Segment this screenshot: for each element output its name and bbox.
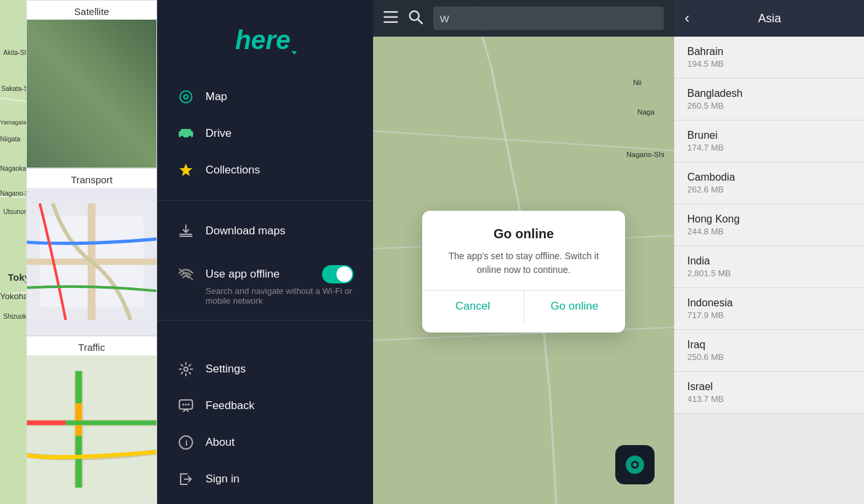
svg-point-9 [184, 95, 188, 99]
country-item[interactable]: Iraq 250.6 MB [674, 330, 864, 372]
city-label-nagaoka: Nagaoka [0, 165, 26, 172]
menu-panel: here Map Drive [157, 0, 373, 504]
map-panel-2: W Nii Naga Nagano-Shi Japanese Alps Yoko… [373, 0, 674, 504]
country-name: Israel [687, 381, 851, 393]
country-size: 262.6 MB [687, 185, 851, 194]
asia-list-panel: ‹ Asia Bahrain 194.5 MB Bangladesh 260.5… [674, 0, 864, 504]
menu-item-download-label: Download maps [206, 225, 285, 238]
menu-item-drive[interactable]: Drive [157, 115, 373, 152]
country-name: Cambodia [687, 171, 851, 183]
country-item[interactable]: Israel 413.7 MB [674, 372, 864, 414]
country-name: India [687, 255, 851, 267]
menu-item-download-maps[interactable]: Download maps [157, 213, 373, 249]
svg-text:i: i [185, 438, 188, 448]
traffic-thumb[interactable]: Traffic [26, 336, 157, 504]
download-maps-icon [177, 222, 195, 240]
dialog-cancel-button[interactable]: Cancel [422, 291, 524, 322]
country-item[interactable]: Bahrain 194.5 MB [674, 37, 864, 79]
here-logo-container: here [157, 0, 373, 72]
drive-icon [177, 124, 195, 143]
map-icon [177, 88, 195, 106]
country-size: 717.9 MB [687, 310, 851, 320]
asia-title: Asia [700, 12, 839, 26]
menu-item-map-label: Map [206, 90, 227, 103]
feedback-icon [177, 397, 195, 415]
country-item[interactable]: Brunei 174.7 MB [674, 120, 864, 162]
country-size: 2,801.5 MB [687, 268, 851, 278]
svg-point-18 [184, 367, 188, 371]
svg-rect-11 [181, 129, 191, 134]
svg-rect-2 [27, 35, 156, 152]
svg-point-13 [189, 136, 192, 139]
transport-thumb[interactable]: Transport [26, 168, 157, 336]
menu-item-about[interactable]: i About [157, 424, 373, 461]
map-type-thumbnails: Satellite [26, 0, 157, 504]
city-label-akita: Akita-Shi [3, 49, 29, 56]
country-name: Bahrain [687, 46, 851, 58]
country-size: 413.7 MB [687, 394, 851, 404]
svg-point-20 [183, 404, 185, 406]
country-size: 250.6 MB [687, 352, 851, 362]
menu-item-feedback[interactable]: Feedback [157, 387, 373, 424]
menu-items-top: Map Drive Collections [157, 72, 373, 195]
country-item[interactable]: Indonesia 717.9 MB [674, 288, 864, 330]
svg-rect-3 [27, 35, 156, 152]
menu-divider-2 [157, 320, 373, 321]
svg-rect-16 [179, 236, 192, 237]
dialog-overlay: Go online The app's set to stay offline.… [373, 0, 674, 504]
offline-toggle[interactable] [322, 265, 353, 283]
city-label-niigata: Niigata [0, 135, 20, 143]
svg-point-8 [180, 91, 192, 103]
offline-section: Use app offline Search and navigate with… [157, 256, 373, 315]
menu-item-settings[interactable]: Settings [157, 351, 373, 387]
svg-text:here: here [235, 26, 291, 54]
offline-icon [177, 265, 195, 283]
menu-items-bottom: Settings Feedback i About [157, 344, 373, 504]
svg-marker-14 [179, 164, 192, 176]
menu-item-feedback-label: Feedback [206, 399, 255, 412]
settings-icon [177, 360, 195, 378]
menu-items-middle: Download maps [157, 206, 373, 256]
signin-icon [177, 470, 195, 488]
menu-item-signin-label: Sign in [206, 473, 240, 486]
country-size: 260.5 MB [687, 101, 851, 111]
satellite-thumb[interactable]: Satellite [26, 0, 157, 168]
menu-item-collections-label: Collections [206, 164, 260, 177]
menu-item-collections[interactable]: Collections [157, 152, 373, 189]
country-size: 244.8 MB [687, 226, 851, 236]
transport-label: Transport [27, 169, 156, 188]
traffic-image [27, 355, 156, 503]
country-name: Indonesia [687, 297, 851, 309]
country-name: Bangladesh [687, 88, 851, 99]
back-button[interactable]: ‹ [685, 10, 689, 27]
menu-item-map[interactable]: Map [157, 79, 373, 115]
menu-divider-1 [157, 200, 373, 201]
satellite-label: Satellite [27, 1, 156, 20]
collections-icon [177, 161, 195, 179]
map-panel: here Akita-Shi Sakata-Shi Yamagata-Shi N… [0, 0, 157, 504]
menu-item-about-label: About [206, 436, 234, 449]
menu-item-signin[interactable]: Sign in [157, 461, 373, 497]
country-item[interactable]: Hong Kong 244.8 MB [674, 204, 864, 246]
satellite-image [27, 20, 156, 168]
list-header: ‹ Asia [674, 0, 864, 37]
toggle-knob [336, 266, 352, 282]
offline-item: Use app offline [177, 265, 353, 283]
svg-rect-6 [27, 371, 156, 488]
dialog-body: The app's set to stay offline. Switch it… [435, 249, 612, 277]
svg-rect-15 [179, 234, 192, 235]
country-name: Hong Kong [687, 213, 851, 225]
country-name: Iraq [687, 339, 851, 351]
here-logo: here [232, 20, 298, 59]
go-online-dialog: Go online The app's set to stay offline.… [422, 211, 625, 333]
menu-item-settings-label: Settings [206, 363, 245, 376]
dialog-confirm-button[interactable]: Go online [524, 291, 626, 322]
country-item[interactable]: Cambodia 262.6 MB [674, 162, 864, 204]
traffic-label: Traffic [27, 336, 156, 355]
country-item[interactable]: India 2,801.5 MB [674, 246, 864, 288]
offline-label: Use app offline [206, 268, 279, 281]
svg-point-21 [185, 404, 187, 406]
transport-image [27, 188, 156, 336]
country-item[interactable]: Bangladesh 260.5 MB [674, 79, 864, 120]
dialog-title: Go online [435, 226, 612, 242]
